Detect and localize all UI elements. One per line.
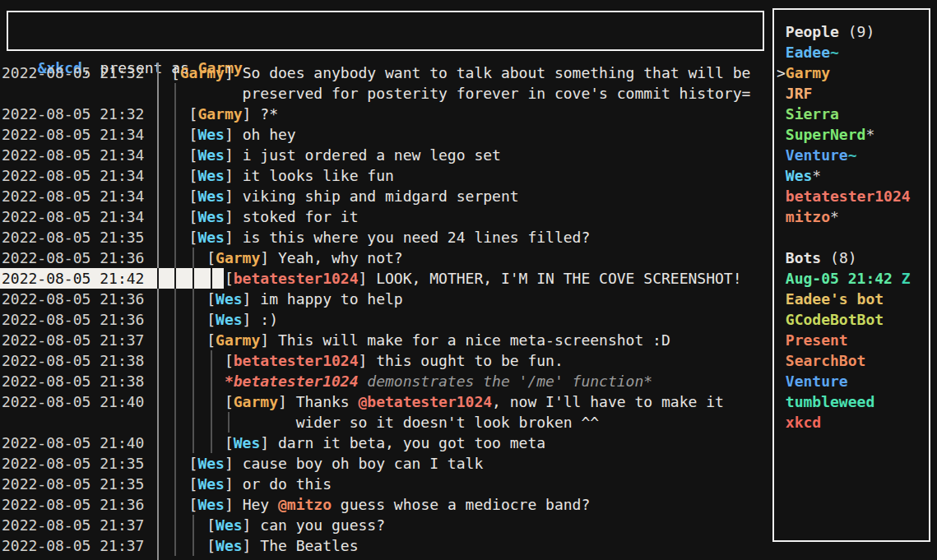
timestamp: 2022-08-05 21:40 (2, 434, 225, 451)
bot-tumbleweed[interactable]: tumbleweed (777, 391, 911, 412)
timestamp: 2022-08-05 21:36 (2, 496, 189, 513)
chat-row[interactable]: 2022-08-05 21:36 [Wes] Hey @mitzo guess … (2, 494, 590, 515)
bot-aug-05-2142-z[interactable]: Aug-05 21:42 Z (777, 268, 911, 289)
person-venture[interactable]: Venture~ (777, 145, 911, 165)
chat-row[interactable]: 2022-08-05 21:37 [Wes] can you guess? (2, 515, 385, 535)
timestamp: 2022-08-05 21:38 (2, 373, 225, 390)
text-segment (777, 44, 786, 61)
nick-garmy: Garmy (180, 64, 225, 81)
chat-row[interactable]: 2022-08-05 21:35 [Wes] or do this (2, 474, 332, 494)
person-wes[interactable]: Wes* (777, 165, 911, 186)
bracket: ] (243, 537, 261, 554)
message-text: oh hey (243, 126, 296, 143)
person-name: Venture (786, 146, 848, 164)
text-segment (777, 352, 786, 369)
person-name: Garmy (786, 64, 830, 81)
text-segment (777, 208, 786, 225)
timestamp: 2022-08-05 21:37 (2, 331, 206, 349)
message-text: :) (260, 311, 278, 328)
text-segment (777, 311, 786, 328)
chat-row[interactable]: 2022-08-05 21:32 [Garmy] So does anybody… (2, 62, 750, 83)
people-header: People (9) (777, 21, 911, 42)
bracket: [ (206, 516, 216, 534)
nick-wes: Wes (197, 187, 225, 205)
bracket: ] (260, 434, 278, 451)
chat-row[interactable]: 2022-08-05 21:40 [Garmy] Thanks @betates… (2, 391, 724, 412)
person-suffix: ~ (830, 44, 839, 61)
chat-row[interactable]: 2022-08-05 21:38 *betatester1024 demonst… (2, 371, 652, 391)
chat-row[interactable]: 2022-08-05 21:38 [betatester1024] this o… (2, 350, 564, 371)
bracket: ] (225, 455, 243, 472)
message-text: stoked for it (243, 208, 359, 225)
message-text: can you guess? (260, 516, 385, 534)
chat-row[interactable]: 2022-08-05 21:35 [Wes] is this where you… (2, 227, 590, 248)
chat-row[interactable]: 2022-08-05 21:36 [Garmy] Yeah, why not? (2, 248, 403, 268)
bracket: [ (189, 229, 198, 246)
bot-searchbot[interactable]: SearchBot (777, 350, 911, 371)
bot-present[interactable]: Present (777, 330, 911, 350)
chat-row[interactable]: 2022-08-05 21:42 [betatester1024] LOOK, … (2, 268, 742, 289)
channel-header: &xkcd, present as Garmy (7, 11, 764, 51)
chat-row[interactable]: 2022-08-05 21:36 [Wes] :) (2, 309, 278, 330)
people-title: People (786, 23, 839, 40)
chat-row[interactable]: 2022-08-05 21:34 [Wes] viking ship and m… (2, 186, 519, 206)
bot-venture[interactable]: Venture (777, 371, 911, 391)
timestamp: 2022-08-05 21:36 (2, 249, 206, 266)
chat-row[interactable]: 2022-08-05 21:34 [Wes] i just ordered a … (2, 145, 501, 165)
bracket: ] (225, 208, 243, 225)
person-supernerd[interactable]: SuperNerd* (777, 124, 911, 145)
timestamp: 2022-08-05 21:35 (2, 455, 189, 472)
message-text: preserved for posterity forever in cove'… (243, 85, 751, 102)
person-name: betatester1024 (786, 187, 911, 205)
message-text: guess whose a mediocre band? (332, 496, 590, 513)
person-eadee[interactable]: Eadee~ (777, 42, 911, 62)
text-segment (777, 85, 786, 102)
nick-garmy: Garmy (234, 393, 278, 410)
person-garmy[interactable]: >Garmy (777, 62, 911, 83)
bot-suffix: Z (902, 270, 911, 287)
bot-name: xkcd (786, 414, 821, 431)
chat-row[interactable]: 2022-08-05 21:32 [Garmy] ?* (2, 104, 278, 124)
bot-name: GCodeBotBot (786, 311, 884, 328)
bracket: ] (225, 496, 243, 513)
person-mitzo[interactable]: mitzo* (777, 206, 911, 227)
timestamp: 2022-08-05 21:34 (2, 187, 189, 205)
chat-row[interactable]: 2022-08-05 21:34 [Wes] oh hey (2, 124, 296, 145)
chat-row[interactable]: wider so it doesn't look broken ^^ (2, 412, 599, 433)
chat-row[interactable]: 2022-08-05 21:40 [Wes] darn it beta, you… (2, 433, 545, 453)
bot-xkcd[interactable]: xkcd (777, 412, 911, 433)
chat-row[interactable]: 2022-08-05 21:37 [Wes] The Beatles (2, 535, 359, 556)
chat-row[interactable]: 2022-08-05 21:34 [Wes] it looks like fun (2, 165, 394, 186)
bracket: ] (243, 105, 261, 123)
chat-row[interactable]: 2022-08-05 21:34 [Wes] stoked for it (2, 206, 359, 227)
nick-wes: Wes (216, 537, 243, 554)
mention-mitzo: @mitzo (278, 496, 332, 513)
chat-row[interactable]: preserved for posterity forever in cove'… (2, 83, 750, 104)
message-text: , now I'll have to make it (492, 393, 724, 410)
nick-betatester1024: betatester1024 (234, 352, 359, 369)
bracket: [ (189, 208, 198, 225)
bot-name: Venture (786, 373, 848, 390)
nick-wes: Wes (197, 167, 225, 184)
bracket: ] (225, 475, 243, 493)
bracket: ] (225, 229, 243, 246)
person-sierra[interactable]: Sierra (777, 104, 911, 124)
timestamp: 2022-08-05 21:32 (2, 64, 171, 81)
bot-name: Present (786, 331, 848, 349)
person-betatester1024[interactable]: betatester1024 (777, 186, 911, 206)
chat-row[interactable]: 2022-08-05 21:37 [Garmy] This will make … (2, 330, 670, 350)
bracket: ] (225, 64, 243, 81)
chat-row[interactable]: 2022-08-05 21:35 [Wes] cause boy oh boy … (2, 453, 483, 474)
person-jrf[interactable]: JRF (777, 83, 911, 104)
mention-betatester1024: @betatester1024 (359, 393, 493, 410)
message-text: viking ship and midgard serpent (243, 187, 519, 205)
bot-eadees-bot[interactable]: Eadee's bot (777, 289, 911, 309)
nick-wes: Wes (216, 290, 243, 308)
bot-gcodebotbot[interactable]: GCodeBotBot (777, 309, 911, 330)
sidebar-rows: People (9) Eadee~>Garmy JRF Sierra Super… (777, 21, 911, 433)
nick-wes: Wes (216, 516, 243, 534)
text-segment (777, 167, 786, 184)
people-count: (9) (839, 23, 874, 40)
nick-garmy: Garmy (197, 105, 242, 123)
chat-row[interactable]: 2022-08-05 21:36 [Wes] im happy to help (2, 289, 403, 309)
